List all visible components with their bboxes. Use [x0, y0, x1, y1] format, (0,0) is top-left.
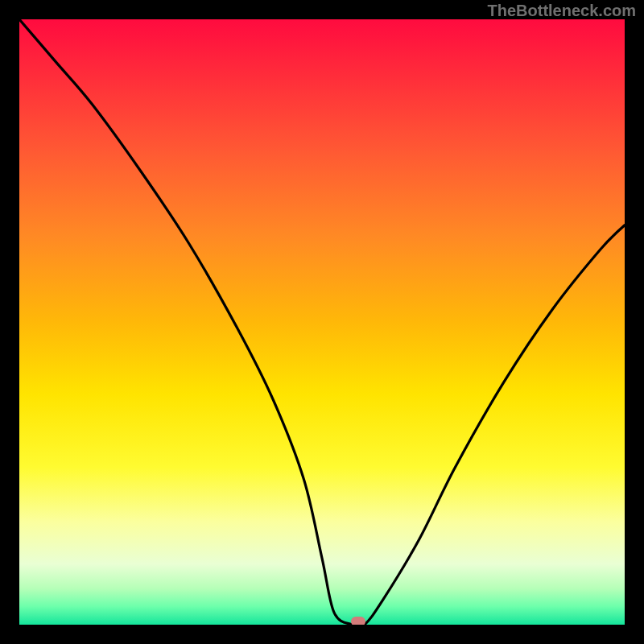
watermark-text: TheBottleneck.com: [488, 2, 636, 20]
stage: TheBottleneck.com: [0, 0, 644, 644]
curve-path: [19, 19, 625, 625]
plot-frame: [19, 19, 625, 625]
bottleneck-curve: [19, 19, 625, 625]
optimal-point-marker: [351, 617, 365, 625]
